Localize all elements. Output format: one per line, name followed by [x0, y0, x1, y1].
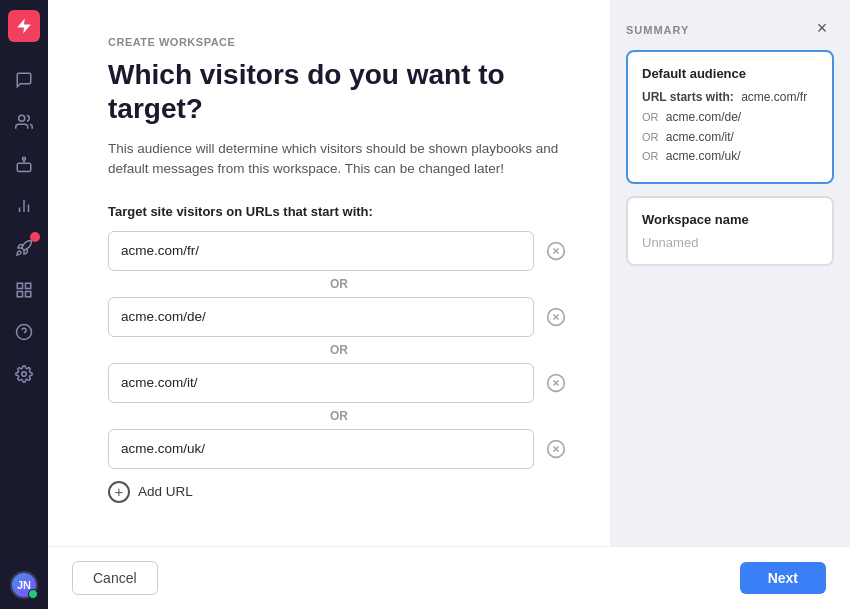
- url-input-2[interactable]: [108, 297, 534, 337]
- remove-url-2-button[interactable]: [542, 303, 570, 331]
- summary-label: SUMMARY: [626, 24, 834, 36]
- svg-rect-2: [17, 163, 31, 171]
- remove-url-1-button[interactable]: [542, 237, 570, 265]
- workspace-card-title: Workspace name: [642, 212, 818, 227]
- audience-summary-card: Default audience URL starts with: acme.c…: [626, 50, 834, 184]
- page-title: Which visitors do you want to target?: [108, 58, 570, 125]
- audience-url-starts-with: URL starts with: acme.com/fr: [642, 89, 818, 106]
- sidebar-icons: [6, 62, 42, 571]
- url-row-4: [108, 429, 570, 469]
- svg-point-1: [19, 115, 25, 121]
- url-input-3[interactable]: [108, 363, 534, 403]
- url-inputs-container: OR OR: [108, 231, 570, 469]
- svg-rect-8: [26, 283, 31, 288]
- remove-url-3-button[interactable]: [542, 369, 570, 397]
- svg-marker-0: [17, 19, 31, 34]
- summary-or-item-3: OR acme.com/uk/: [642, 148, 818, 165]
- svg-rect-10: [26, 292, 31, 297]
- or-divider-3: OR: [108, 403, 570, 429]
- url-row-2: [108, 297, 570, 337]
- url-input-1[interactable]: [108, 231, 534, 271]
- url-starts-with-value: acme.com/fr: [741, 90, 807, 104]
- form-label: Target site visitors on URLs that start …: [108, 204, 570, 219]
- summary-or-value-3: acme.com/uk/: [666, 149, 741, 163]
- rocket-icon[interactable]: [6, 230, 42, 266]
- sidebar-bottom: JN: [10, 571, 38, 599]
- settings-icon[interactable]: [6, 356, 42, 392]
- page-description: This audience will determine which visit…: [108, 139, 570, 180]
- workspace-summary-card: Workspace name Unnamed: [626, 196, 834, 266]
- analytics-icon[interactable]: [6, 188, 42, 224]
- remove-url-4-button[interactable]: [542, 435, 570, 463]
- team-icon[interactable]: [6, 104, 42, 140]
- summary-or-item-2: OR acme.com/it/: [642, 129, 818, 146]
- cancel-button[interactable]: Cancel: [72, 561, 158, 595]
- summary-or-value-2: acme.com/it/: [666, 130, 734, 144]
- svg-point-13: [22, 372, 27, 377]
- breadcrumb: CREATE WORKSPACE: [108, 36, 570, 48]
- summary-or-item-1: OR acme.com/de/: [642, 109, 818, 126]
- add-url-label: Add URL: [138, 484, 193, 499]
- svg-rect-9: [17, 292, 22, 297]
- avatar[interactable]: JN: [10, 571, 38, 599]
- url-row-3: [108, 363, 570, 403]
- url-starts-with-label: URL starts with:: [642, 90, 734, 104]
- bot-icon[interactable]: [6, 146, 42, 182]
- left-panel: CREATE WORKSPACE Which visitors do you w…: [48, 0, 610, 546]
- rocket-badge: [30, 232, 40, 242]
- main-content: × CREATE WORKSPACE Which visitors do you…: [48, 0, 850, 609]
- svg-point-3: [23, 157, 26, 160]
- logo[interactable]: [8, 10, 40, 42]
- add-url-button[interactable]: + Add URL: [108, 469, 570, 503]
- next-button[interactable]: Next: [740, 562, 826, 594]
- dialog: × CREATE WORKSPACE Which visitors do you…: [48, 0, 850, 609]
- summary-or-value-1: acme.com/de/: [666, 110, 741, 124]
- plus-circle-icon: +: [108, 481, 130, 503]
- apps-icon[interactable]: [6, 272, 42, 308]
- url-row-1: [108, 231, 570, 271]
- avatar-status-badge: [28, 589, 38, 599]
- url-input-4[interactable]: [108, 429, 534, 469]
- or-divider-2: OR: [108, 337, 570, 363]
- audience-card-title: Default audience: [642, 66, 818, 81]
- svg-rect-7: [17, 283, 22, 288]
- dialog-body: CREATE WORKSPACE Which visitors do you w…: [48, 0, 850, 546]
- dialog-footer: Cancel Next: [48, 546, 850, 609]
- sidebar: JN: [0, 0, 48, 609]
- workspace-name-value: Unnamed: [642, 235, 818, 250]
- or-divider-1: OR: [108, 271, 570, 297]
- help-icon[interactable]: [6, 314, 42, 350]
- close-button[interactable]: ×: [810, 16, 834, 40]
- summary-panel: SUMMARY Default audience URL starts with…: [610, 0, 850, 546]
- chat-icon[interactable]: [6, 62, 42, 98]
